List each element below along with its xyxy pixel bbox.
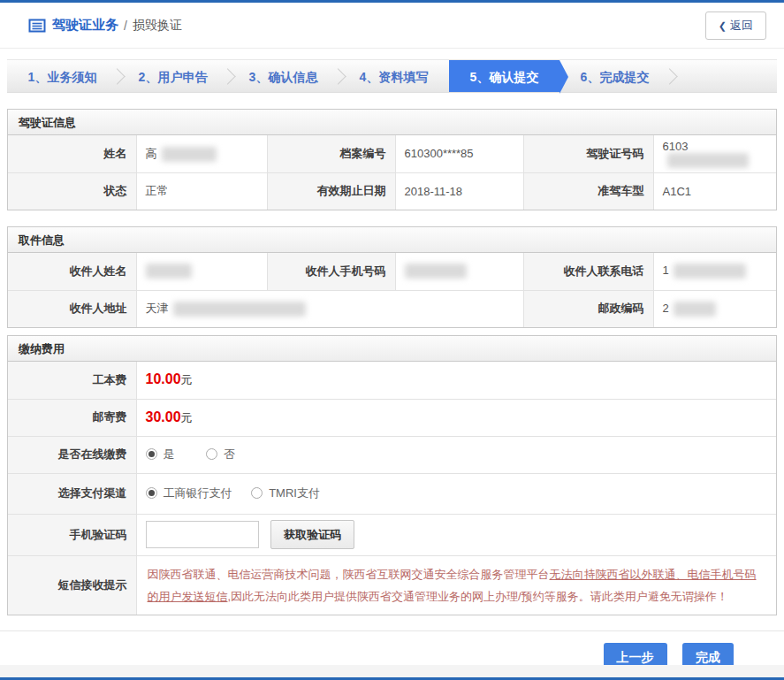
payment-channel-label: 选择支付渠道 [8,473,136,514]
recipient-phone-label: 收件人联系电话 [523,253,653,290]
redacted-value [674,264,746,279]
license-info-table: 姓名 高 档案编号 610300****85 驾驶证号码 6103 状态 正常 … [8,135,776,210]
step-2-user-declaration[interactable]: 2、用户申告 [118,60,228,92]
cost-fee-amount: 10.00 [146,371,181,386]
step-6-complete-submit[interactable]: 6、完成提交 [559,60,670,92]
cost-fee-value: 10.00元 [136,362,776,399]
online-payment-no-label: 否 [224,447,235,461]
back-button[interactable]: ❮返回 [705,11,766,40]
postal-code-value: 2 [653,290,776,327]
valid-until-value: 2018-11-18 [395,172,523,210]
payment-table: 工本费 10.00元 邮寄费 30.00元 是否在线缴费 是 否 选择支付渠道 … [8,362,776,615]
sms-notice-text: 因陕西省联通、电信运营商技术问题，陕西省互联网交通安全综合服务管理平台无法向持陕… [136,555,776,615]
sms-code-cell: 获取验证码 [136,514,776,555]
table-row: 收件人地址 天津 邮政编码 2 [8,290,776,327]
postage-fee-value: 30.00元 [136,399,776,436]
bottom-gray-strip [0,665,784,677]
recipient-name-label: 收件人姓名 [8,253,136,290]
status-label: 状态 [8,172,136,210]
payment-channel-options: 工商银行支付 TMRI支付 [136,473,776,514]
postage-fee-unit: 元 [181,411,193,424]
table-row: 手机验证码 获取验证码 [8,514,776,555]
table-row: 收件人姓名 收件人手机号码 收件人联系电话 1 [8,253,776,290]
recipient-mobile-label: 收件人手机号码 [267,253,395,290]
license-number-label: 驾驶证号码 [523,135,653,172]
step-3-confirm-info[interactable]: 3、确认信息 [228,60,339,92]
redacted-value [405,264,467,279]
page: 驾驶证业务 / 损毁换证 ❮返回 1、业务须知 2、用户申告 3、确认信息 4、… [0,0,784,680]
table-row: 邮寄费 30.00元 [8,399,776,436]
chevron-left-icon: ❮ [719,20,727,31]
table-row: 姓名 高 档案编号 610300****85 驾驶证号码 6103 [8,135,776,172]
page-title: 驾驶证业务 [52,17,118,34]
online-payment-options: 是 否 [136,436,776,473]
breadcrumb-separator: / [124,19,127,33]
step-separator-chevron-icon [661,68,677,84]
vehicle-class-value: A1C1 [653,172,776,210]
sms-code-input[interactable] [146,521,259,548]
page-header: 驾驶证业务 / 损毁换证 ❮返回 [0,3,784,49]
step-5-confirm-submit[interactable]: 5、确认提交 [449,60,559,92]
channel-icbc-radio[interactable] [146,487,157,499]
redacted-value [146,264,192,279]
sms-code-label: 手机验证码 [8,514,136,555]
name-value: 高 [136,135,267,172]
license-number-value: 6103 [653,135,776,172]
step-wizard: 1、业务须知 2、用户申告 3、确认信息 4、资料填写 5、确认提交 6、完成提… [7,59,777,93]
redacted-value [173,302,306,317]
postage-fee-amount: 30.00 [146,409,181,424]
online-payment-yes-radio[interactable] [146,448,157,460]
get-code-button[interactable]: 获取验证码 [270,520,354,549]
postage-fee-label: 邮寄费 [8,399,136,436]
recipient-address-value: 天津 [136,290,523,327]
name-label: 姓名 [8,135,136,172]
online-payment-yes-label: 是 [164,447,175,461]
file-number-label: 档案编号 [267,135,395,172]
file-number-value: 610300****85 [395,135,523,172]
pickup-info-section: 取件信息 收件人姓名 收件人手机号码 收件人联系电话 1 收件人地址 天津 邮政… [7,226,777,328]
back-button-label: 返回 [730,19,753,32]
online-payment-no-radio[interactable] [206,448,217,460]
table-row: 状态 正常 有效期止日期 2018-11-18 准驾车型 A1C1 [8,172,776,210]
breadcrumb-current: 损毁换证 [133,18,182,34]
table-row: 工本费 10.00元 [8,362,776,399]
recipient-phone-value: 1 [653,253,776,290]
license-info-section-title: 驾驶证信息 [8,110,776,135]
step-4-fill-materials[interactable]: 4、资料填写 [339,60,449,92]
pickup-info-section-title: 取件信息 [8,227,776,253]
recipient-name-value [136,253,267,290]
redacted-value [674,302,716,317]
channel-icbc-label: 工商银行支付 [164,486,232,500]
vehicle-class-label: 准驾车型 [523,172,653,210]
redacted-value [667,153,749,168]
step-1-business-notice[interactable]: 1、业务须知 [7,60,118,92]
license-info-section: 驾驶证信息 姓名 高 档案编号 610300****85 驾驶证号码 6103 … [7,109,777,210]
payment-section-title: 缴纳费用 [8,336,776,362]
channel-tmri-label: TMRI支付 [269,486,320,500]
recipient-mobile-value [395,253,523,290]
recipient-address-label: 收件人地址 [8,290,136,327]
sms-notice-label: 短信接收提示 [8,555,136,615]
payment-section: 缴纳费用 工本费 10.00元 邮寄费 30.00元 是否在线缴费 是 否 选择… [7,335,777,615]
pickup-info-table: 收件人姓名 收件人手机号码 收件人联系电话 1 收件人地址 天津 邮政编码 2 [8,253,776,327]
table-row: 短信接收提示 因陕西省联通、电信运营商技术问题，陕西省互联网交通安全综合服务管理… [8,555,776,615]
license-business-icon [28,18,46,34]
table-row: 是否在线缴费 是 否 [8,436,776,473]
status-value: 正常 [136,172,267,210]
table-row: 选择支付渠道 工商银行支付 TMRI支付 [8,473,776,514]
redacted-value [162,147,217,162]
channel-tmri-radio[interactable] [251,487,263,499]
cost-fee-unit: 元 [181,373,193,386]
valid-until-label: 有效期止日期 [267,172,395,210]
postal-code-label: 邮政编码 [523,290,653,327]
cost-fee-label: 工本费 [8,362,136,399]
online-payment-label: 是否在线缴费 [8,436,136,473]
